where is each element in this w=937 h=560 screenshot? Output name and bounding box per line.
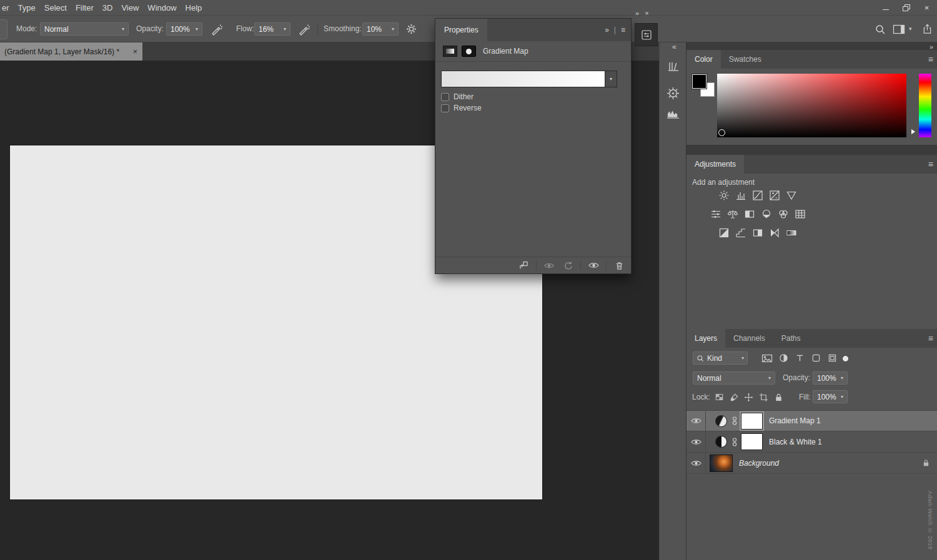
view-previous-state-icon[interactable]: [543, 260, 555, 271]
filter-pixel-layers-icon[interactable]: [760, 351, 774, 365]
adjustment-color-balance-icon[interactable]: [726, 208, 739, 220]
tab-swatches[interactable]: Swatches: [721, 50, 770, 69]
layer-visibility-toggle[interactable]: [687, 431, 706, 452]
adjustment-layer-thumbnail[interactable]: [715, 436, 727, 448]
tab-color[interactable]: Color: [687, 50, 721, 69]
close-tab-icon[interactable]: ×: [132, 47, 137, 56]
histogram-panel-icon[interactable]: [665, 106, 681, 121]
layer-opacity-select[interactable]: 100% ▾: [813, 371, 848, 385]
workspace-switcher-icon[interactable]: [891, 21, 906, 37]
pressure-opacity-icon[interactable]: [209, 21, 224, 37]
collapse-dock-icon[interactable]: »: [635, 9, 639, 17]
layer-name[interactable]: Background: [739, 459, 779, 468]
hue-slider[interactable]: [919, 74, 931, 137]
menu-item-layer-cut[interactable]: er: [2, 3, 9, 12]
color-picker-cursor[interactable]: [718, 129, 725, 136]
smoothing-select[interactable]: 10% ▾: [362, 22, 399, 36]
share-icon[interactable]: [920, 21, 935, 37]
layer-mask-thumbnail[interactable]: [741, 433, 763, 450]
lock-all-icon[interactable]: [772, 391, 785, 403]
tab-properties[interactable]: Properties: [435, 19, 487, 41]
layer-thumbnail[interactable]: [710, 454, 733, 472]
menu-item-3d[interactable]: 3D: [102, 3, 113, 12]
tab-paths[interactable]: Paths: [773, 329, 809, 348]
layer-row-gradient-map[interactable]: Gradient Map 1: [687, 410, 937, 431]
adjustment-color-lookup-icon[interactable]: [794, 208, 806, 220]
layer-visibility-toggle[interactable]: [687, 453, 706, 473]
collapse-panels-icon[interactable]: »: [930, 43, 933, 51]
filter-kind-select[interactable]: Kind ▾: [693, 351, 748, 365]
adjustment-channel-mixer-icon[interactable]: [777, 208, 790, 220]
layer-fill-select[interactable]: 100% ▾: [813, 390, 848, 403]
layer-mask-thumbnail[interactable]: [741, 413, 763, 430]
layer-blend-mode-select[interactable]: Normal ▾: [693, 371, 775, 385]
adjustment-curves-icon[interactable]: [751, 189, 764, 201]
close-dock-icon[interactable]: ×: [645, 9, 648, 17]
navigator-panel-icon[interactable]: [665, 86, 681, 101]
adjustment-photo-filter-icon[interactable]: [760, 208, 773, 220]
layer-name[interactable]: Black & White 1: [769, 438, 822, 446]
toggle-visibility-icon[interactable]: [587, 260, 600, 271]
gradient-picker-arrow[interactable]: ▾: [605, 71, 617, 87]
menu-item-type[interactable]: Type: [18, 3, 36, 12]
lock-transparency-icon[interactable]: [713, 391, 725, 403]
properties-dock-icon[interactable]: [635, 23, 658, 46]
adjustment-gradient-map-icon[interactable]: [785, 227, 798, 238]
filter-smart-objects-icon[interactable]: [825, 351, 839, 365]
menu-item-view[interactable]: View: [121, 3, 139, 12]
filter-toggle[interactable]: [842, 355, 849, 362]
document-tab[interactable]: (Gradient Map 1, Layer Mask/16) * ×: [0, 42, 142, 61]
reverse-checkbox[interactable]: Reverse: [441, 104, 482, 112]
adjustment-invert-icon[interactable]: [718, 227, 730, 238]
minimize-button[interactable]: [875, 0, 896, 16]
gradient-preview[interactable]: [441, 71, 605, 87]
tab-channels[interactable]: Channels: [725, 329, 773, 348]
lock-artboard-icon[interactable]: [757, 391, 770, 403]
filter-type-layers-icon[interactable]: [793, 351, 806, 365]
brush-tool-preset-icon[interactable]: [0, 19, 7, 39]
layer-name[interactable]: Gradient Map 1: [769, 416, 821, 425]
brush-opacity-select[interactable]: 100% ▾: [166, 22, 202, 36]
expand-panels-icon[interactable]: «: [672, 42, 677, 51]
adjustment-levels-icon[interactable]: [735, 189, 747, 201]
adjustment-exposure-icon[interactable]: [768, 189, 781, 201]
brush-flow-select[interactable]: 16% ▾: [254, 22, 290, 36]
adjustment-selective-color-icon[interactable]: [768, 227, 781, 238]
lock-position-icon[interactable]: [742, 391, 755, 403]
filter-adjustment-layers-icon[interactable]: [776, 351, 790, 365]
saturation-brightness-box[interactable]: [717, 74, 906, 137]
adjustment-hue-saturation-icon[interactable]: [710, 208, 722, 220]
layer-row-black-white[interactable]: Black & White 1: [687, 431, 937, 453]
lock-pixels-icon[interactable]: [728, 391, 740, 403]
menu-item-help[interactable]: Help: [186, 3, 202, 12]
adjustment-vibrance-icon[interactable]: [785, 189, 798, 201]
collapse-panel-icon[interactable]: »: [605, 26, 609, 34]
filter-shape-layers-icon[interactable]: [809, 351, 823, 365]
smoothing-settings-gear-icon[interactable]: [404, 21, 419, 37]
adjustment-brightness-contrast-icon[interactable]: [718, 189, 730, 201]
menu-item-window[interactable]: Window: [147, 3, 176, 12]
panel-menu-icon[interactable]: ≡: [928, 50, 933, 69]
foreground-color-swatch[interactable]: [692, 74, 706, 89]
menu-item-filter[interactable]: Filter: [76, 3, 94, 12]
close-button[interactable]: ×: [916, 0, 937, 16]
menu-item-select[interactable]: Select: [44, 3, 67, 12]
tab-layers[interactable]: Layers: [687, 329, 725, 348]
adjustment-black-white-icon[interactable]: [743, 208, 756, 220]
adjustment-layer-thumbnail[interactable]: [715, 415, 727, 427]
reset-to-defaults-icon[interactable]: [562, 260, 574, 271]
tab-adjustments[interactable]: Adjustments: [687, 155, 744, 174]
adjustment-threshold-icon[interactable]: [751, 227, 764, 238]
libraries-panel-icon[interactable]: [665, 58, 681, 74]
panel-menu-icon[interactable]: ≡: [621, 26, 625, 34]
restore-button[interactable]: [896, 0, 916, 16]
adjustment-posterize-icon[interactable]: [735, 227, 747, 238]
airbrush-icon[interactable]: [296, 21, 312, 37]
workspace-chevron-icon[interactable]: ▾: [909, 16, 912, 42]
clip-to-layer-icon[interactable]: [517, 260, 530, 271]
layer-row-background[interactable]: Background: [687, 453, 937, 474]
dither-checkbox[interactable]: Dither: [441, 92, 473, 101]
delete-adjustment-icon[interactable]: [613, 260, 625, 271]
panel-menu-icon[interactable]: ≡: [928, 329, 933, 348]
layer-visibility-toggle[interactable]: [687, 411, 706, 431]
